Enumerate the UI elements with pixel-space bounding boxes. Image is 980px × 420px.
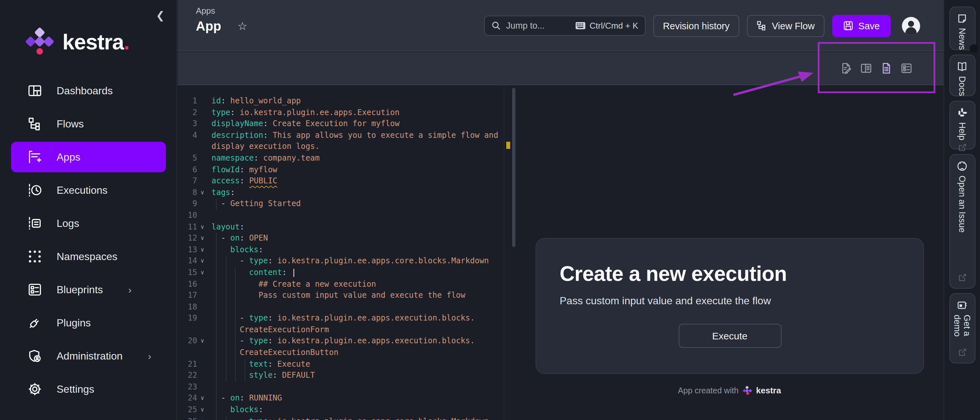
fold-chevron-icon[interactable]: ∨ (197, 244, 208, 255)
split-view-icon[interactable] (860, 62, 872, 74)
code-line: 8∨tags: (178, 187, 515, 199)
code-text: CreateExecutionButton (212, 347, 338, 358)
github-icon (956, 160, 968, 172)
slack-icon (956, 107, 968, 118)
sidebar-collapse-icon[interactable]: ❮ (156, 9, 165, 21)
editor-view-toolbar (178, 52, 943, 85)
sidebar-item-label: Namespaces (57, 250, 118, 262)
rail-item-docs[interactable]: Docs (949, 55, 975, 96)
fold-gutter (197, 141, 208, 153)
code-text: blocks: (212, 404, 263, 416)
fold-chevron-icon[interactable]: ∨ (197, 267, 208, 279)
sidebar-item-namespaces[interactable]: Namespaces (11, 241, 166, 272)
line-number: 11 (178, 221, 197, 233)
header-left: Apps App ☆ (196, 6, 247, 34)
rail-item-get-a-demo[interactable]: Get a demo (949, 293, 975, 363)
code-line: 20∨ - type: io.kestra.plugin.ee.apps.exe… (178, 336, 515, 347)
code-line: 11∨layout: (178, 221, 515, 233)
favorite-star-icon[interactable]: ☆ (237, 19, 248, 33)
code-text: type: io.kestra.plugin.ee.apps.Execution (212, 107, 399, 118)
view-flow-button[interactable]: View Flow (747, 14, 824, 37)
fold-gutter (197, 358, 208, 370)
fold-gutter (197, 347, 208, 358)
file-edit-icon[interactable] (840, 62, 852, 74)
fold-chevron-icon[interactable]: ∨ (197, 221, 208, 233)
yaml-code-editor[interactable]: 1id: hello_world_app2type: io.kestra.plu… (178, 85, 515, 420)
line-number: 16 (178, 279, 197, 290)
sidebar-item-label: Flows (57, 118, 84, 130)
code-line: 22 style: DEFAULT (178, 370, 515, 382)
user-avatar[interactable] (901, 16, 921, 35)
code-text: style: DEFAULT (212, 370, 315, 382)
code-line: 5namespace: company.team (178, 153, 515, 164)
external-link-icon (958, 273, 967, 282)
fold-chevron-icon[interactable]: ∨ (197, 404, 208, 416)
sidebar-item-label: Plugins (57, 317, 91, 329)
code-line: 7access: PUBLIC (178, 176, 515, 187)
file-doc-icon[interactable] (880, 62, 892, 74)
execute-button[interactable]: Execute (678, 324, 781, 348)
rail-item-news[interactable]: News (949, 6, 975, 50)
code-text: CreateExecutionForm (212, 325, 329, 336)
line-number: 13 (178, 244, 197, 255)
sidebar-item-flows[interactable]: Flows (11, 109, 166, 139)
line-number: 10 (178, 210, 197, 221)
sidebar-item-settings[interactable]: Settings (11, 374, 166, 404)
sidebar-item-administration[interactable]: Administration› (11, 341, 166, 371)
editor-scrollbar[interactable] (512, 88, 515, 247)
form-grid-icon[interactable] (900, 62, 912, 74)
app-preview-panel: Create a new execution Pass custom input… (515, 85, 943, 420)
rail-item-label: Help (957, 122, 967, 140)
line-number: 3 (178, 118, 197, 130)
fold-gutter (197, 210, 208, 221)
fold-chevron-icon[interactable]: ∨ (197, 233, 208, 244)
sidebar-item-dashboards[interactable]: Dashboards (11, 75, 166, 106)
line-number (178, 141, 197, 153)
news-icon (956, 13, 968, 24)
external-link-icon (958, 143, 967, 152)
code-line: 1id: hello_world_app (178, 95, 515, 107)
code-text: flowId: myflow (212, 164, 277, 176)
kestra-logo[interactable]: kestra. (25, 27, 129, 57)
jump-to-search-input[interactable]: Jump to... Ctrl/Cmd + K (484, 16, 646, 36)
sidebar-item-blueprints[interactable]: Blueprints› (11, 274, 166, 305)
sidebar-item-logs[interactable]: Logs (11, 208, 166, 239)
line-number: 9 (178, 199, 197, 210)
fold-gutter (197, 199, 208, 210)
sidebar-item-label: Executions (57, 184, 108, 196)
line-number: 22 (178, 370, 197, 382)
sidebar-item-executions[interactable]: Executions (11, 175, 166, 206)
header-actions: Jump to... Ctrl/Cmd + K Revision history… (484, 0, 921, 51)
code-text: - type: io.kestra.plugin.ee.apps.core.bl… (212, 416, 489, 420)
fold-gutter (197, 130, 208, 141)
search-icon (491, 21, 501, 30)
line-number: 17 (178, 290, 197, 301)
fold-chevron-icon[interactable]: ∨ (197, 416, 208, 420)
fold-chevron-icon[interactable]: ∨ (197, 336, 208, 347)
sidebar-item-plugins[interactable]: Plugins (11, 307, 166, 338)
code-line: 4description: This app allows you to exe… (178, 130, 515, 141)
fold-gutter (197, 176, 208, 187)
line-number: 25 (178, 404, 197, 416)
page-header: Apps App ☆ Jump to... Ctrl/Cmd (178, 0, 943, 51)
code-text: display execution logs. (212, 141, 320, 153)
line-number: 18 (178, 301, 197, 313)
code-text: access: PUBLIC (212, 176, 277, 187)
rail-item-open-an-issue[interactable]: Open an Issue (949, 154, 975, 288)
fold-chevron-icon[interactable]: ∨ (197, 393, 208, 404)
news-badge (969, 44, 978, 53)
fold-chevron-icon[interactable]: ∨ (197, 187, 208, 199)
line-number: 26 (178, 416, 197, 420)
rail-item-label: Open an Issue (957, 176, 967, 271)
code-text: description: This app allows you to exec… (212, 130, 498, 141)
revision-history-button[interactable]: Revision history (653, 14, 740, 37)
sidebar-item-apps[interactable]: Apps (11, 142, 166, 172)
fold-chevron-icon[interactable]: ∨ (197, 256, 208, 267)
code-line: CreateExecutionForm (178, 325, 515, 336)
rail-item-help[interactable]: Help (949, 101, 975, 149)
code-line: display execution logs. (178, 141, 515, 153)
breadcrumb[interactable]: Apps (196, 6, 247, 16)
executions-icon (28, 183, 41, 197)
save-button[interactable]: Save (832, 14, 891, 37)
code-text: - type: io.kestra.plugin.ee.apps.core.bl… (212, 256, 489, 267)
